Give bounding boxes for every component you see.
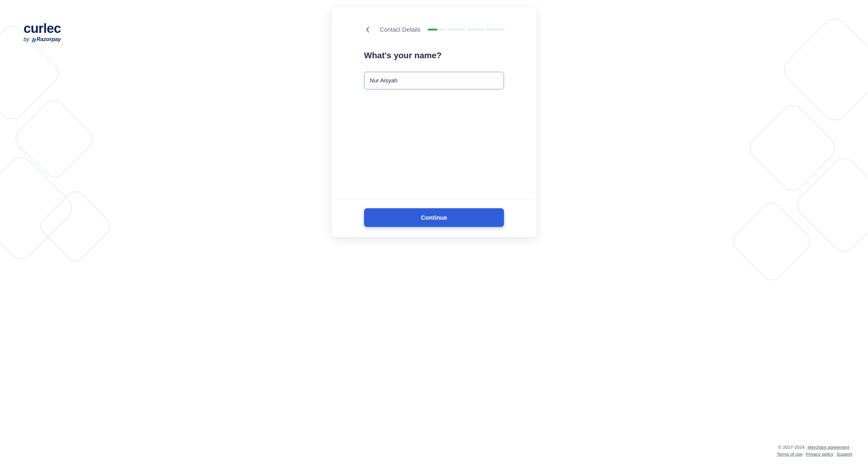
- logo-razorpay: Razorpay: [31, 36, 61, 42]
- onboarding-card: Contact Details What's your name? Contin…: [332, 7, 536, 237]
- support-link[interactable]: Support: [836, 451, 852, 457]
- svg-rect-3: [37, 188, 114, 265]
- svg-rect-7: [729, 199, 814, 284]
- svg-rect-2: [0, 153, 76, 264]
- razorpay-mark-icon: [31, 37, 36, 42]
- brand-logo: curlec by Razorpay: [24, 22, 61, 42]
- step-title: Contact Details: [380, 26, 421, 33]
- legal-footer: © 2017-2024·Merchant agreement· Terms of…: [777, 444, 852, 458]
- privacy-link[interactable]: Privacy policy: [806, 451, 834, 457]
- copyright-text: © 2017-2024: [778, 444, 804, 450]
- progress-indicator: [428, 29, 504, 30]
- logo-razorpay-text: Razorpay: [36, 36, 61, 42]
- svg-rect-1: [12, 96, 97, 182]
- name-input[interactable]: [364, 72, 504, 89]
- background-pattern-left: [0, 0, 145, 469]
- progress-step-2: [447, 29, 465, 30]
- progress-step-3: [467, 29, 484, 30]
- question-heading: What's your name?: [364, 51, 504, 60]
- progress-step-1: [428, 29, 445, 30]
- svg-rect-6: [793, 154, 868, 256]
- logo-by-text: by: [24, 36, 29, 42]
- chevron-left-icon: [366, 27, 369, 33]
- logo-curlec-text: curlec: [24, 22, 61, 35]
- merchant-agreement-link[interactable]: Merchant agreement: [807, 444, 849, 450]
- terms-link[interactable]: Terms of use: [777, 451, 803, 457]
- background-pattern-right: [723, 0, 868, 469]
- svg-rect-4: [779, 14, 868, 125]
- back-button[interactable]: [364, 26, 371, 33]
- svg-rect-5: [746, 101, 839, 195]
- continue-button[interactable]: Continue: [364, 208, 504, 227]
- progress-step-4: [487, 29, 504, 30]
